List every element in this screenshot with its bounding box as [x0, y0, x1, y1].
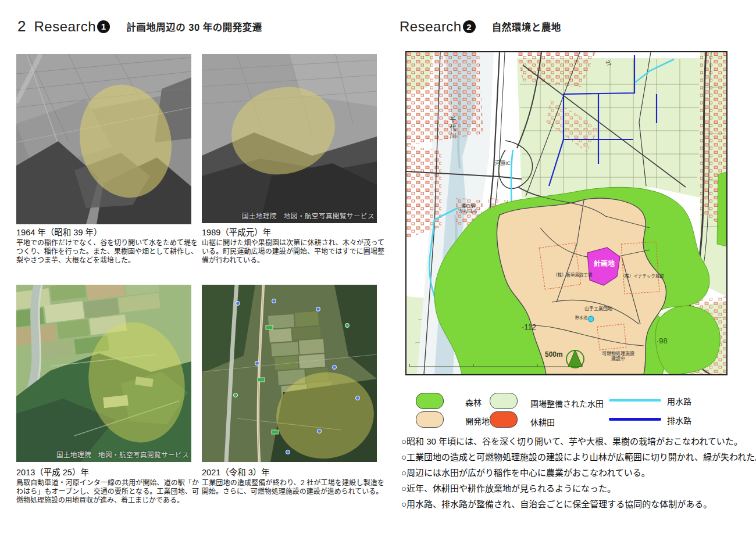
elevation-98-label: ·98 [657, 337, 668, 346]
caption-2013: 2013（平成 25）年 鳥取自動車道・河原インター線の共用が開始、道の駅「かわ… [16, 465, 199, 505]
roadside-station-line1: 道の駅 [459, 203, 477, 209]
industrial-park-label: 山手工業団地 [584, 306, 612, 311]
caption-1964: 1964 年（昭和 39 年） 平地での稲作だけでなく、谷を切り開いて水をためて… [16, 225, 198, 265]
aerial-photo-1989-image [202, 54, 377, 223]
research1-subtitle: 計画地周辺の 30 年の開発変遷 [126, 20, 262, 34]
legend-swatch-paddy [490, 393, 518, 409]
note-item: ○用水路、排水路が整備され、自治会ごとに保全管理する協同的な体制がある。 [401, 496, 753, 512]
aerial-photo-1964 [16, 54, 191, 224]
legend-swatch-irrigation [609, 399, 661, 402]
circled-two-icon: 2 [463, 20, 476, 33]
legend-swatch-development [416, 411, 444, 428]
note-item: ○周辺には水田が広がり稲作を中心に農業がおこなわれている。 [401, 465, 753, 481]
caption-2013-title: 2013（平成 25）年 [16, 465, 199, 478]
notes-list: ○昭和 30 年頃には、谷を深く切り開いて、芋や大根、果樹の栽培がおこなわれてい… [401, 433, 753, 512]
research1-header: 2 Research1 計画地周辺の 30 年の開発変遷 [17, 17, 262, 35]
legend-label-fallow: 休耕田 [530, 416, 555, 428]
aerial-photo-2013: 国土地理院 地図・航空写真閲覧サービス [16, 285, 191, 462]
roadside-station-line2: かわはら [459, 209, 477, 214]
note-item: ○近年、休耕田や耕作放棄地が見られるようになった。 [401, 481, 753, 496]
research2-title-text: Research [400, 19, 462, 35]
photo-2013-watermark: 国土地理院 地図・航空写真閲覧サービス [56, 450, 189, 459]
satellite-photo-2021-image [202, 285, 377, 462]
circled-one-icon: 1 [97, 20, 110, 33]
legend-label-development: 開発地 [465, 415, 490, 427]
photo-1989-watermark: 国土地理院 地図・航空写真閲覧サービス [242, 211, 375, 220]
facility-line2: 建設中 [602, 356, 634, 361]
research2-subtitle: 自然環境と農地 [492, 20, 561, 34]
note-item: ○昭和 30 年頃には、谷を深く切り開いて、芋や大根、果樹の栽培がおこなわれてい… [401, 433, 753, 449]
legend-swatch-drainage [609, 418, 661, 421]
aerial-photo-1964-image [16, 54, 191, 224]
legend-label-paddy: 圃場整備された水田 [530, 397, 604, 409]
elevation-112-label: ·112 [522, 323, 536, 332]
reservoir-label: 貯水池 [575, 316, 587, 320]
research2-header: Research2 自然環境と農地 [400, 19, 561, 35]
factory-left-label: （株）板垣鳥取工場 [553, 273, 593, 278]
factory-right-label: （株）イナテック鳥取 [621, 274, 664, 279]
aerial-photo-1989: 国土地理院 地図・航空写真閲覧サービス [202, 54, 377, 223]
plan-site-label: 計画地 [588, 260, 621, 268]
caption-1989-body: 山裾に開けた畑や果樹園は次第に休耕され、木々が茂っている。町民運動広場の建設が開… [202, 239, 384, 265]
legend-swatch-forest [416, 393, 444, 409]
legend: 森林 開発地 圃場整備された水田 休耕田 用水路 排水路 [405, 393, 737, 429]
research1-title-text: Research [34, 19, 96, 35]
caption-2021-title: 2021（令和 3）年 [202, 465, 384, 478]
scale-label: 500m [545, 351, 563, 359]
facility-label: 可燃物処理施設 建設中 [602, 351, 634, 361]
legend-swatch-fallow [490, 411, 518, 428]
aerial-photo-2013-image [16, 285, 191, 462]
research2-title: Research2 [400, 19, 476, 35]
legend-label-drainage: 排水路 [667, 414, 691, 426]
satellite-photo-2021 [202, 285, 377, 462]
roadside-station-label: 道の駅 かわはら [459, 203, 477, 214]
caption-1989: 1989（平成元）年 山裾に開けた畑や果樹園は次第に休耕され、木々が茂っている。… [202, 225, 384, 265]
legend-label-forest: 森林 [465, 396, 482, 408]
section-number: 2 [17, 17, 26, 35]
research1-title: Research1 [34, 19, 110, 35]
caption-2021-body: 工業団地の造成整備が終わり、2 社が工場を建設し製造を開始。さらに、可燃物処理施… [202, 479, 384, 496]
facility-line1: 可燃物処理施設 [602, 351, 634, 356]
river-label: 千代川 [448, 116, 456, 141]
legend-label-irrigation: 用水路 [667, 395, 691, 407]
caption-2013-body: 鳥取自動車道・河原インター線の共用が開始、道の駅「かわはら」もオープンし、交通の… [16, 479, 199, 505]
interchange-label: 河原IC [495, 160, 511, 166]
note-item: ○工業団地の造成と可燃物処理施設の建設により山林が広範囲に切り開かれ、緑が失われ… [401, 449, 753, 465]
landuse-map-image [406, 52, 726, 374]
caption-1989-title: 1989（平成元）年 [202, 225, 384, 238]
caption-2021: 2021（令和 3）年 工業団地の造成整備が終わり、2 社が工場を建設し製造を開… [202, 465, 384, 496]
caption-1964-body: 平地での稲作だけでなく、谷を切り開いて水をためて堤をつくり、稲作を行った。また、… [16, 239, 198, 265]
landuse-map: 千代川 河原IC 道の駅 かわはら 27 計画地 （株）板垣鳥取工場 （株）イナ… [405, 51, 728, 375]
caption-1964-title: 1964 年（昭和 39 年） [16, 225, 198, 238]
